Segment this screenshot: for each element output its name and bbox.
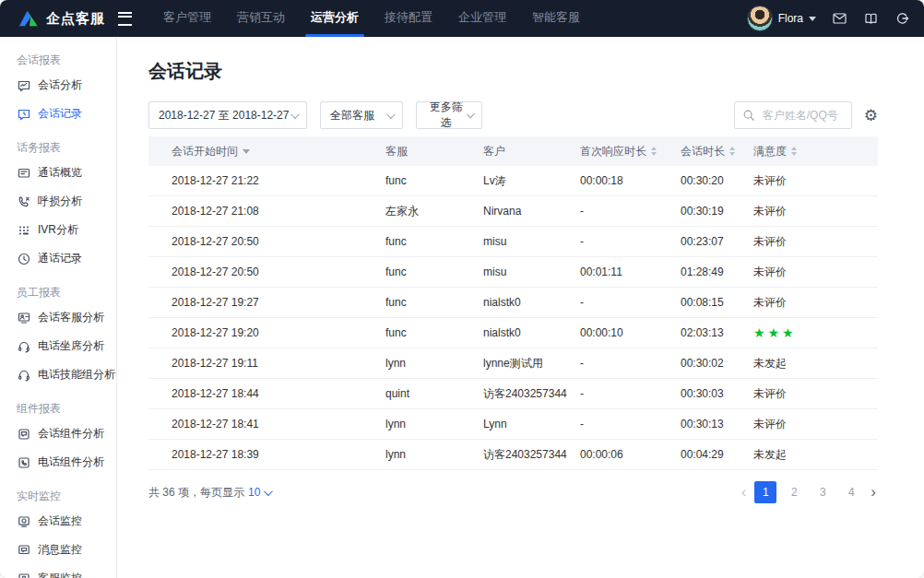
tab-enterprise-management[interactable]: 企业管理 — [445, 0, 519, 37]
headset-icon — [17, 339, 31, 354]
more-filters-dropdown[interactable]: 更多筛选 — [416, 101, 482, 129]
cell-agent: lynn — [385, 357, 483, 370]
tab-operation-analysis[interactable]: 运营分析 — [298, 0, 372, 37]
cell-customer: 访客2403257344 — [483, 386, 580, 402]
cell-start-time: 2018-12-27 19:11 — [148, 357, 385, 370]
app-logo[interactable]: 企点客服 — [18, 9, 132, 28]
page-title: 会话记录 — [148, 59, 878, 84]
sidebar-item-call-loss-analysis[interactable]: 呼损分析 — [0, 187, 116, 216]
user-name: Flora — [778, 12, 803, 25]
cell-satisfaction: 未评价 — [753, 265, 878, 280]
table-row[interactable]: 2018-12-27 18:44 quint 访客2403257344 - 00… — [148, 379, 878, 409]
sidebar-item-call-records[interactable]: 通话记录 — [0, 244, 116, 273]
sidebar-item-session-records[interactable]: 会话记录 — [0, 100, 116, 128]
date-range-dropdown[interactable]: 2018-12-27 至 2018-12-27 — [148, 101, 307, 129]
cell-start-time: 2018-12-27 21:22 — [148, 174, 385, 187]
logout-icon[interactable] — [894, 11, 909, 26]
table-row[interactable]: 2018-12-27 21:22 func Lv涛 00:00:18 00:30… — [148, 166, 878, 196]
cell-agent: func — [385, 174, 483, 187]
cell-satisfaction: 未发起 — [753, 356, 878, 372]
search-icon — [742, 109, 755, 122]
cell-duration: 01:28:49 — [681, 265, 753, 278]
cell-agent: lynn — [385, 448, 483, 461]
sidebar-item-session-component-analysis[interactable]: 会话组件分析 — [0, 419, 116, 448]
cell-first-response: 00:01:11 — [580, 265, 681, 278]
hamburger-menu-icon[interactable] — [118, 12, 132, 26]
monitor-camera-icon — [17, 514, 31, 529]
cell-first-response: - — [580, 296, 681, 309]
cell-satisfaction: 未评价 — [753, 173, 878, 189]
sidebar-item-label: 电话技能组分析 — [38, 367, 115, 383]
sidebar: 会话报表 会话分析 会话记录 话务报表 通话概览 呼损分析 IVR分析 — [0, 37, 117, 578]
table-row[interactable]: 2018-12-27 18:39 lynn 访客2403257344 00:00… — [148, 440, 878, 470]
table-row[interactable]: 2018-12-27 20:50 func misu 00:01:11 01:2… — [148, 257, 878, 288]
sidebar-item-agent-monitor[interactable]: 客服监控 — [0, 564, 116, 578]
page-button-4[interactable]: 4 — [840, 481, 862, 503]
table-row[interactable]: 2018-12-27 18:41 lynn Lynn - 00:30:13 未评… — [148, 409, 878, 440]
column-header-satisfaction[interactable]: 满意度 — [753, 144, 878, 159]
table-row[interactable]: 2018-12-27 19:27 func nialstk0 - 00:08:1… — [148, 288, 878, 318]
sidebar-item-session-analysis[interactable]: 会话分析 — [0, 71, 116, 100]
cell-duration: 00:30:02 — [681, 357, 753, 370]
sidebar-item-phone-seat-analysis[interactable]: 电话坐席分析 — [0, 332, 116, 360]
chevron-down-icon — [290, 110, 300, 119]
chevron-down-icon — [386, 110, 396, 119]
tab-smart-service[interactable]: 智能客服 — [519, 0, 593, 37]
gear-icon[interactable]: ⚙ — [864, 108, 878, 124]
sidebar-item-call-overview[interactable]: 通话概览 — [0, 159, 116, 187]
cell-start-time: 2018-12-27 21:08 — [148, 205, 385, 218]
book-icon[interactable] — [863, 11, 879, 26]
cell-agent: 左家永 — [385, 204, 483, 219]
page-button-2[interactable]: 2 — [783, 481, 805, 503]
cell-satisfaction: 未评价 — [753, 417, 878, 432]
qidian-logo-icon — [18, 9, 39, 28]
sort-icon — [729, 147, 735, 156]
sidebar-item-session-monitor[interactable]: 会话监控 — [0, 507, 116, 536]
sidebar-item-phone-component-analysis[interactable]: 电话组件分析 — [0, 448, 116, 477]
cell-customer: Nirvana — [483, 205, 580, 218]
cell-customer: misu — [483, 265, 580, 278]
cell-start-time: 2018-12-27 18:39 — [148, 448, 385, 461]
table-row[interactable]: 2018-12-27 19:11 lynn lynne测试用 - 00:30:0… — [148, 348, 878, 379]
table-row[interactable]: 2018-12-27 21:08 左家永 Nirvana - 00:30:19 … — [148, 196, 878, 227]
column-header-first-response[interactable]: 首次响应时长 — [580, 144, 681, 159]
next-page-button[interactable]: › — [869, 481, 878, 503]
agent-filter-dropdown[interactable]: 全部客服 — [320, 101, 403, 129]
sidebar-item-message-monitor[interactable]: 消息监控 — [0, 536, 116, 564]
navbar-right: Flora — [747, 6, 909, 31]
column-header-start-time[interactable]: 会话开始时间 — [148, 144, 385, 159]
chat-record-icon — [17, 107, 31, 122]
sidebar-item-ivr-analysis[interactable]: IVR分析 — [0, 216, 116, 244]
search-input[interactable] — [761, 108, 844, 123]
page-button-3[interactable]: 3 — [811, 481, 834, 503]
more-filters-label: 更多筛选 — [426, 100, 467, 131]
page-size-value: 10 — [248, 486, 260, 499]
cell-satisfaction: 未评价 — [753, 234, 878, 250]
table-row[interactable]: 2018-12-27 19:20 func nialstk0 00:00:10 … — [148, 318, 878, 348]
page-button-1[interactable]: 1 — [754, 481, 776, 503]
page-size-selector[interactable]: 10 — [248, 486, 270, 499]
table-row[interactable]: 2018-12-27 20:50 func misu - 00:23:07 未评… — [148, 227, 878, 257]
tab-reception-config[interactable]: 接待配置 — [372, 0, 445, 37]
tab-marketing-interaction[interactable]: 营销互动 — [224, 0, 298, 37]
headset-icon — [17, 368, 31, 383]
sidebar-item-label: 客服监控 — [38, 571, 82, 578]
tab-customer-management[interactable]: 客户管理 — [150, 0, 224, 37]
cell-first-response: 00:00:18 — [580, 174, 681, 187]
cell-first-response: 00:00:06 — [580, 448, 681, 461]
sidebar-item-label: 通话概览 — [38, 165, 82, 181]
user-menu[interactable]: Flora — [747, 6, 816, 31]
column-header-duration[interactable]: 会话时长 — [681, 144, 753, 159]
mail-icon[interactable] — [832, 11, 847, 26]
cell-duration: 00:04:29 — [681, 448, 753, 461]
sidebar-item-phone-skill-group-analysis[interactable]: 电话技能组分析 — [0, 360, 116, 389]
sort-icon — [651, 147, 657, 156]
cell-agent: func — [385, 265, 483, 278]
app-title: 企点客服 — [46, 10, 105, 28]
sidebar-item-label: 会话监控 — [38, 513, 82, 529]
chevron-down-icon — [466, 110, 475, 119]
cell-duration: 00:30:13 — [681, 418, 753, 431]
cell-satisfaction: 未评价 — [753, 295, 878, 311]
prev-page-button[interactable]: ‹ — [740, 481, 749, 503]
sidebar-item-agent-session-analysis[interactable]: 会话客服分析 — [0, 303, 116, 332]
